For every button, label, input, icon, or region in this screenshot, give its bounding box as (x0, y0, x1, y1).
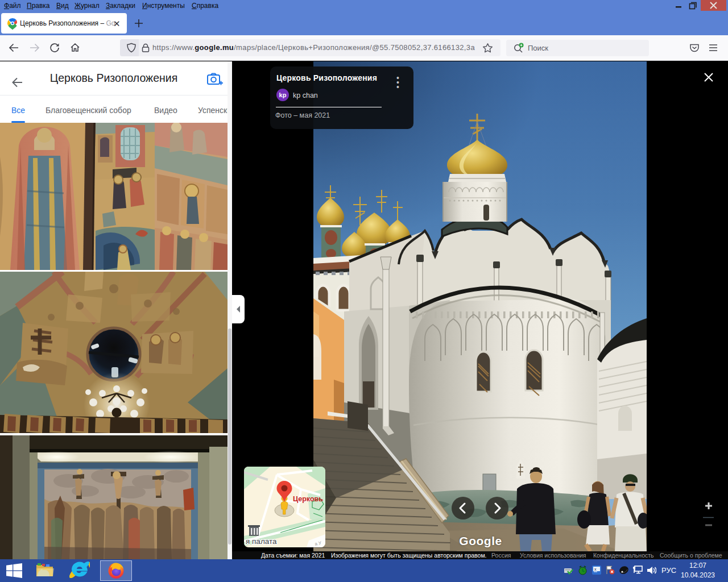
svg-text:x: x (594, 567, 597, 571)
svg-text:Церковь: Церковь (293, 495, 323, 503)
svg-text:я палата: я палата (246, 537, 277, 546)
